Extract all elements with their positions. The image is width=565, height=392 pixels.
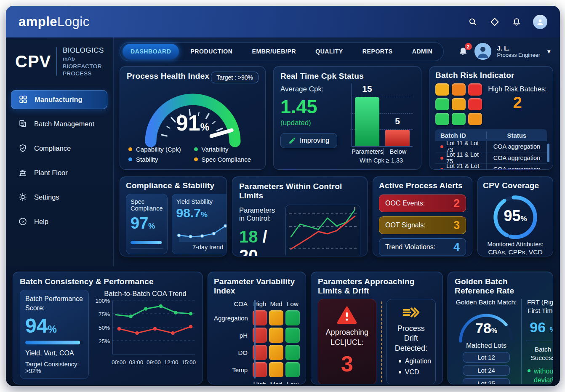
progress-track <box>25 341 83 344</box>
search-icon[interactable] <box>467 16 478 27</box>
control-chart-panel <box>285 205 360 256</box>
dashed-divider <box>381 301 382 382</box>
card-golden-batch-reference-rate: Golden Batch Reference Rate Golden Batch… <box>448 272 553 384</box>
target-chip: Target : >90% <box>211 72 259 83</box>
machine-icon <box>18 168 28 178</box>
bar-val: 15 <box>352 84 382 94</box>
card-parameters-within-control-limits: Parameters Within Control Limits Paramet… <box>232 176 368 256</box>
gauge-value: 91% <box>138 110 248 136</box>
coa-trend-chart <box>112 299 196 357</box>
sidebar-item-manufacturing[interactable]: Manufacturing <box>11 90 107 109</box>
match-label: Golden Batch Match: <box>455 298 518 307</box>
card-title: Parameters Within Control Limits <box>239 182 360 200</box>
tab-production[interactable]: PRODUCTION <box>182 48 240 55</box>
table-row[interactable]: Lot 11 & Lot 73 COA aggregation <box>435 141 547 152</box>
column-header: Status <box>487 132 547 139</box>
profile-avatar[interactable] <box>533 15 547 29</box>
heatmap-cell <box>285 310 300 325</box>
risk-tile <box>468 98 482 110</box>
bell-icon[interactable] <box>511 16 522 27</box>
chevron-down-icon[interactable]: ▼ <box>546 48 552 55</box>
heatmap-cell <box>285 362 300 377</box>
sidebar-item-plant-floor[interactable]: Plant Floor <box>11 163 107 182</box>
help-icon: ? <box>18 216 28 227</box>
high-risk-label: High Risk Batches: <box>488 85 547 93</box>
drift-item: Agitation <box>399 357 431 365</box>
app-logo: ampleLogic <box>19 14 90 29</box>
sidebar-item-label: Batch Management <box>34 120 94 128</box>
user-avatar[interactable] <box>474 43 491 60</box>
drift-arrows-icon <box>400 304 422 321</box>
in-control-block: Parameters in Control: 18 / 20 Target : … <box>239 205 280 256</box>
user-identity: J. L. Process Engineer <box>497 45 541 58</box>
control-limits-chart <box>288 207 358 256</box>
tab-reports[interactable]: REPORTS <box>354 48 401 55</box>
top-navigation: DASHBOARD PRODUCTION EMBR/UEB/PR QUALITY… <box>120 40 553 63</box>
process-drift-panel: Process Drift Detected: Agitation VCD <box>386 299 436 384</box>
notification-badge: 2 <box>465 43 472 50</box>
grid-icon <box>18 94 28 104</box>
updated-label: (updated) <box>280 119 344 127</box>
table-row[interactable]: Lot 21 & Lot 110 COA aggregation <box>435 164 547 170</box>
in-control-value: 18 / 20 <box>239 227 280 256</box>
card-title: Parameter Variability Index <box>214 277 300 296</box>
variability-heatmap: COA High Med Low Aggregation pH DO <box>214 299 300 384</box>
alert-ooc-events[interactable]: OOC Events:2 <box>379 195 466 212</box>
yield-stability-panel: Yield Stability 98.7% 7-day trend <box>172 194 227 254</box>
lot-pill[interactable]: Lot 25 <box>463 378 510 384</box>
table-scrollbar[interactable] <box>547 144 549 162</box>
gauge-legend: Capability (Cpk) Variability Stability S… <box>127 146 259 163</box>
card-compliance-stability: Compliance & Stability Spec Compliance 9… <box>120 176 227 256</box>
alert-oot-signals[interactable]: OOT Signals:3 <box>379 216 466 234</box>
card-title: Active Process Alerts <box>379 181 466 190</box>
sidebar-item-settings[interactable]: Settings <box>11 188 107 207</box>
x-axis-labels: 00:00 03:00 09:00 12:00 15:00 <box>112 359 196 365</box>
risk-tile <box>435 113 449 125</box>
tab-embr-ueb-pr[interactable]: EMBR/UEB/PR <box>244 48 304 55</box>
drift-list: Agitation VCD <box>391 357 431 376</box>
pencil-icon <box>288 137 296 144</box>
high-risk-block: High Risk Batches: 2 <box>488 83 547 112</box>
sidebar-item-batch-management[interactable]: Batch Management <box>11 115 107 133</box>
tab-dashboard[interactable]: DASHBOARD <box>123 44 179 59</box>
drift-item: VCD <box>399 368 431 376</box>
progress-fill <box>25 341 80 344</box>
improving-button[interactable]: Improving <box>280 133 337 148</box>
card-title: Golden Batch Reference Rate <box>455 277 546 296</box>
yield-stability-label: Yield Stability <box>176 198 227 205</box>
legend-dot <box>194 157 198 161</box>
y-axis-labels: 100% 75% 50% 25% <box>95 299 112 357</box>
alert-trend-violations[interactable]: Trend Violations:4 <box>379 238 466 256</box>
heatmap-row: Aggregation <box>214 310 300 325</box>
notifications-bell-icon[interactable]: 2 <box>458 46 469 57</box>
bar-col: 15 <box>352 83 382 146</box>
heatmap-cell <box>269 362 283 377</box>
batch-risk-table: Batch ID Status Lot 11 & Lot 73 COA aggr… <box>435 129 547 170</box>
brand-divider <box>56 47 57 76</box>
sidebar-item-compliance[interactable]: Compliance <box>11 139 107 158</box>
monitored-attributes-value: CBAs, CPPs, VCD <box>483 248 548 256</box>
dashboard-root: ampleLogic CPV <box>6 6 560 386</box>
sidebar-nav: Manufacturing Batch Management <box>6 84 113 231</box>
tab-admin[interactable]: ADMIN <box>404 48 441 55</box>
card-batch-risk-indicator: Batch Risk Indicator High Risk Batches: … <box>429 66 553 170</box>
divider <box>526 341 553 341</box>
spec-compliance-label: Spec Compliance <box>131 198 163 212</box>
logo-secondary: Logic <box>57 14 90 29</box>
card-real-time-cpk-status: Real Time Cpk Status Average Cpk: 1.45 (… <box>273 66 421 170</box>
lot-pill[interactable]: Lot 24 <box>463 365 510 376</box>
bullet-dot <box>399 371 401 373</box>
lot-pill[interactable]: Lot 12 <box>463 352 510 363</box>
table-row[interactable]: Lot 11 & Lot 75 COA aggregation <box>435 152 547 164</box>
product-line: mAb BIOREACTOR <box>63 55 106 70</box>
heatmap-footer: High Med Low <box>214 379 300 384</box>
legend-item: Stability <box>128 156 192 163</box>
tab-quality[interactable]: QUALITY <box>307 48 351 55</box>
sidebar-item-help[interactable]: ? Help <box>11 212 107 231</box>
bullet-dot <box>399 360 401 363</box>
bullet-dot <box>528 369 530 372</box>
compass-icon[interactable] <box>489 16 500 27</box>
batch-success-label: Batch Success <box>525 345 553 362</box>
card-title: Batch Consistency & Performance <box>20 277 196 286</box>
brand-cpv: CPV <box>15 52 51 71</box>
